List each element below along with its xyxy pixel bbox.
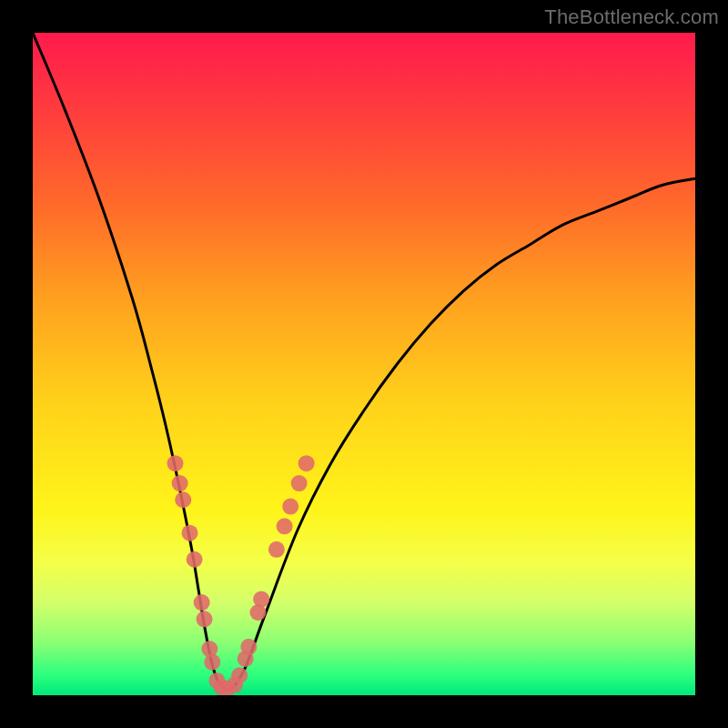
data-marker (282, 499, 298, 515)
watermark-text: TheBottleneck.com (544, 5, 719, 29)
data-marker (268, 541, 285, 558)
data-marker (240, 639, 257, 655)
data-marker (182, 525, 198, 541)
chart-plot-area (33, 33, 695, 695)
data-marker (172, 475, 188, 491)
data-marker (167, 455, 184, 471)
data-marker (204, 654, 220, 671)
data-markers (167, 455, 315, 695)
data-marker (291, 475, 308, 491)
data-marker (298, 455, 315, 471)
data-marker (253, 591, 269, 607)
data-marker (197, 611, 213, 627)
bottleneck-chart (33, 33, 695, 695)
data-marker (231, 667, 248, 683)
bottleneck-curve (33, 33, 695, 691)
data-marker (187, 551, 203, 568)
data-marker (175, 491, 191, 508)
data-marker (194, 594, 210, 611)
data-marker (277, 518, 293, 534)
